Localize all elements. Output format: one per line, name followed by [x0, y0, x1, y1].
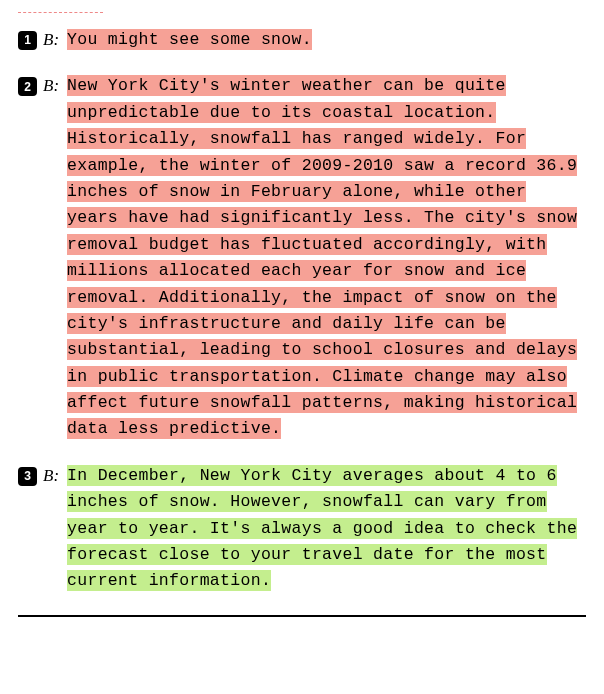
response-item: 2 B: New York City's winter weather can … — [18, 73, 586, 442]
response-item: 1 B: You might see some snow. — [18, 27, 586, 53]
response-item: 3 B: In December, New York City averages… — [18, 463, 586, 595]
top-divider — [18, 12, 103, 13]
bottom-divider — [18, 615, 586, 617]
response-text: You might see some snow. — [67, 27, 586, 53]
speaker-label: B: — [43, 73, 59, 99]
highlight-positive: In December, New York City averages abou… — [67, 465, 577, 592]
response-text: In December, New York City averages abou… — [67, 463, 586, 595]
item-number-badge: 3 — [18, 467, 37, 486]
response-text: New York City's winter weather can be qu… — [67, 73, 586, 442]
item-number-badge: 1 — [18, 31, 37, 50]
speaker-label: B: — [43, 27, 59, 53]
highlight-negative: New York City's winter weather can be qu… — [67, 75, 577, 439]
speaker-label: B: — [43, 463, 59, 489]
highlight-negative: You might see some snow. — [67, 29, 312, 50]
item-number-badge: 2 — [18, 77, 37, 96]
